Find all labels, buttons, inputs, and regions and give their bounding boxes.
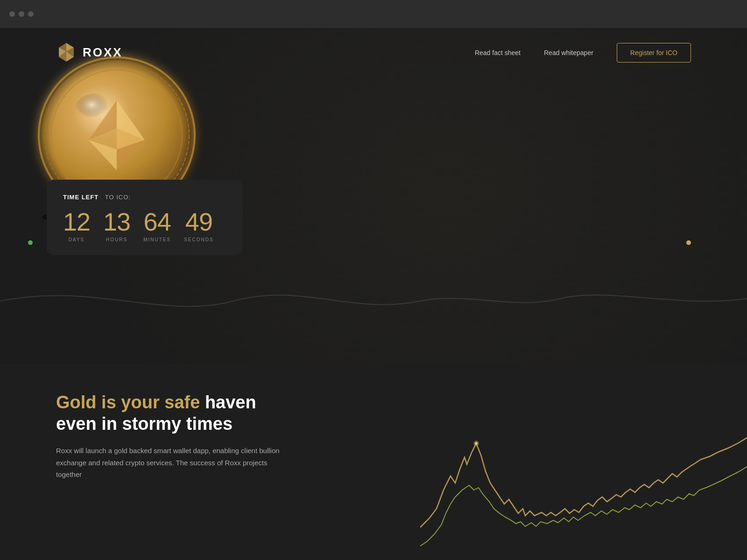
browser-dot-2 [19,11,24,17]
nav-read-fact-sheet[interactable]: Read fact sheet [475,49,521,56]
browser-dot-3 [28,11,34,17]
bottom-description: Roxx will launch a gold backed smart wal… [56,445,289,481]
nav-read-whitepaper[interactable]: Read whitepaper [544,49,593,56]
logo-icon [56,42,77,63]
countdown-minutes-label: MINUTES [143,237,171,242]
browser-dot-1 [9,11,15,17]
countdown-label: TIME LEFT TO ICO: [63,194,222,201]
page-wrapper: ROXX Read fact sheet Read whitepaper Reg… [0,28,747,560]
countdown-numbers: 12 DAYS 13 HOURS 64 MINUTES 49 SECONDS [63,209,222,242]
svg-point-21 [475,442,478,445]
countdown-hours-label: HOURS [106,237,127,242]
countdown-seconds: 49 SECONDS [184,209,213,242]
logo-area: ROXX [56,42,123,63]
navigation: ROXX Read fact sheet Read whitepaper Reg… [0,28,747,77]
countdown-days-value: 12 [63,209,90,234]
nav-dot-gold[interactable] [686,240,691,245]
chart-area [420,397,747,560]
nav-links: Read fact sheet Read whitepaper Register… [475,43,691,63]
logo-text: ROXX [83,45,123,60]
bottom-text-block: Gold is your safe haveneven in stormy ti… [56,392,289,481]
bottom-heading: Gold is your safe haveneven in stormy ti… [56,392,289,434]
heading-highlight: Gold is your safe [56,392,200,412]
browser-chrome [0,0,747,28]
countdown-days-label: DAYS [69,237,85,242]
countdown-label-rest: TO ICO: [105,194,131,201]
countdown-minutes: 64 MINUTES [143,209,171,242]
price-chart [420,397,747,560]
countdown-seconds-label: SECONDS [184,237,213,242]
hero-section: TIME LEFT TO ICO: 12 DAYS 13 HOURS 64 MI… [0,77,747,310]
countdown-hours-value: 13 [103,209,130,234]
countdown-card: TIME LEFT TO ICO: 12 DAYS 13 HOURS 64 MI… [47,180,243,255]
countdown-seconds-value: 49 [185,209,212,234]
register-ico-button[interactable]: Register for ICO [617,43,691,63]
countdown-hours: 13 HOURS [103,209,130,242]
wave-line [0,254,747,348]
countdown-days: 12 DAYS [63,209,90,242]
nav-dot-green[interactable] [28,240,33,245]
bottom-section: Gold is your safe haveneven in stormy ti… [0,364,747,560]
countdown-minutes-value: 64 [144,209,171,234]
countdown-label-bold1: TIME LEFT [63,194,99,201]
